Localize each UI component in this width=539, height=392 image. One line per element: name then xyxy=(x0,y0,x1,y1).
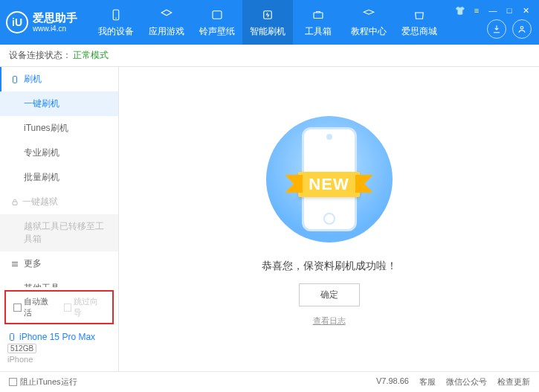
nav-label: 应用游戏 xyxy=(149,25,184,38)
svg-rect-8 xyxy=(10,334,14,341)
main-content: NEW 恭喜您，保资料刷机成功啦！ 确定 查看日志 xyxy=(119,67,539,371)
sidebar-options-highlight: 自动激活 跳过向导 xyxy=(4,290,114,324)
device-info: iPhone 15 Pro Max 512GB iPhone xyxy=(0,327,118,371)
svg-rect-6 xyxy=(13,76,17,83)
nav-label: 我的设备 xyxy=(98,25,134,38)
svg-point-1 xyxy=(115,17,117,19)
phone-icon xyxy=(109,7,123,22)
nav-ringtones-wallpapers[interactable]: 铃声壁纸 xyxy=(192,0,242,45)
checkbox-block-itunes[interactable]: 阻止iTunes运行 xyxy=(9,376,77,388)
account-button[interactable] xyxy=(512,19,532,39)
nav-label: 教程中心 xyxy=(351,25,387,38)
sidebar-group-flash[interactable]: 刷机 xyxy=(0,67,118,91)
minimize-icon[interactable]: — xyxy=(487,4,499,16)
store-icon xyxy=(412,7,427,22)
version-label: V7.98.66 xyxy=(376,376,409,388)
sidebar: 刷机 一键刷机 iTunes刷机 专业刷机 批量刷机 一键越狱 越狱工具已转移至… xyxy=(0,67,119,371)
success-illustration: NEW xyxy=(255,112,404,246)
status-label: 设备连接状态： xyxy=(9,49,71,62)
footer-link-update[interactable]: 检查更新 xyxy=(497,376,530,388)
nav-store[interactable]: 爱思商城 xyxy=(394,0,445,45)
phone-icon xyxy=(10,75,19,84)
window-controls: 👕 ≡ — □ ✕ xyxy=(454,4,532,16)
lock-icon xyxy=(10,198,19,207)
sidebar-item-oneclick-flash[interactable]: 一键刷机 xyxy=(0,91,118,116)
group-label: 更多 xyxy=(24,257,42,270)
sidebar-item-other-tools[interactable]: 其他工具 xyxy=(0,276,118,287)
checkbox-label: 自动激活 xyxy=(24,296,55,318)
sidebar-item-pro-flash[interactable]: 专业刷机 xyxy=(0,141,118,165)
status-bar: 设备连接状态： 正常模式 xyxy=(0,45,539,67)
group-label: 刷机 xyxy=(24,73,42,86)
sidebar-group-jailbreak: 一键越狱 xyxy=(0,190,118,214)
logo-icon: iU xyxy=(6,11,28,33)
nav-toolbox[interactable]: 工具箱 xyxy=(293,0,343,45)
svg-point-5 xyxy=(520,27,523,30)
checkbox-label: 阻止iTunes运行 xyxy=(20,376,77,388)
app-url: www.i4.cn xyxy=(33,25,77,33)
nav-apps-games[interactable]: 应用游戏 xyxy=(141,0,192,45)
success-message: 恭喜您，保资料刷机成功啦！ xyxy=(262,260,397,273)
checkbox-auto-activate[interactable]: 自动激活 xyxy=(13,296,55,318)
menu-icon[interactable]: ≡ xyxy=(471,4,482,16)
download-button[interactable] xyxy=(487,19,506,39)
toolbox-icon xyxy=(311,7,326,22)
nav-my-device[interactable]: 我的设备 xyxy=(91,0,141,45)
svg-rect-2 xyxy=(213,10,222,19)
status-value: 正常模式 xyxy=(73,49,109,62)
sidebar-item-jailbreak-moved: 越狱工具已转移至工具箱 xyxy=(0,214,118,251)
checkbox-skip-guide[interactable]: 跳过向导 xyxy=(64,296,106,318)
app-header: iU 爱思助手 www.i4.cn 我的设备 应用游戏 铃声壁纸 智能刷机 工具… xyxy=(0,0,539,45)
nav-label: 铃声壁纸 xyxy=(199,25,235,38)
footer-link-wechat[interactable]: 微信公众号 xyxy=(446,376,487,388)
top-nav: 我的设备 应用游戏 铃声壁纸 智能刷机 工具箱 教程中心 爱思商城 xyxy=(91,0,445,45)
nav-smart-flash[interactable]: 智能刷机 xyxy=(242,0,293,45)
device-name[interactable]: iPhone 15 Pro Max xyxy=(7,332,111,342)
new-ribbon: NEW xyxy=(298,172,359,197)
apps-icon xyxy=(159,7,174,22)
close-icon[interactable]: ✕ xyxy=(520,4,532,16)
nav-label: 工具箱 xyxy=(305,25,332,38)
nav-label: 智能刷机 xyxy=(250,25,285,38)
app-name: 爱思助手 xyxy=(33,11,77,25)
sidebar-group-more[interactable]: 更多 xyxy=(0,251,118,276)
svg-rect-7 xyxy=(13,202,17,205)
group-label: 一键越狱 xyxy=(22,196,58,208)
device-storage: 512GB xyxy=(7,344,36,353)
confirm-button[interactable]: 确定 xyxy=(299,283,360,306)
device-type: iPhone xyxy=(7,355,111,364)
flash-icon xyxy=(260,7,275,22)
footer: 阻止iTunes运行 V7.98.66 客服 微信公众号 检查更新 xyxy=(0,371,539,392)
sidebar-item-batch-flash[interactable]: 批量刷机 xyxy=(0,165,118,190)
checkbox-icon xyxy=(64,303,72,312)
svg-rect-4 xyxy=(314,13,323,19)
checkbox-icon xyxy=(13,303,22,312)
phone-icon xyxy=(7,332,16,341)
checkbox-icon xyxy=(9,378,17,386)
sidebar-item-itunes-flash[interactable]: iTunes刷机 xyxy=(0,116,118,141)
menu-icon xyxy=(10,260,19,269)
image-icon xyxy=(210,7,225,22)
maximize-icon[interactable]: □ xyxy=(503,4,515,16)
tutorial-icon xyxy=(361,7,376,22)
footer-link-support[interactable]: 客服 xyxy=(419,376,436,388)
logo: iU 爱思助手 www.i4.cn xyxy=(6,11,77,33)
nav-label: 爱思商城 xyxy=(401,25,437,38)
checkbox-label: 跳过向导 xyxy=(74,296,105,318)
view-log-link[interactable]: 查看日志 xyxy=(313,315,346,327)
nav-tutorials[interactable]: 教程中心 xyxy=(343,0,394,45)
skin-icon[interactable]: 👕 xyxy=(454,4,466,16)
